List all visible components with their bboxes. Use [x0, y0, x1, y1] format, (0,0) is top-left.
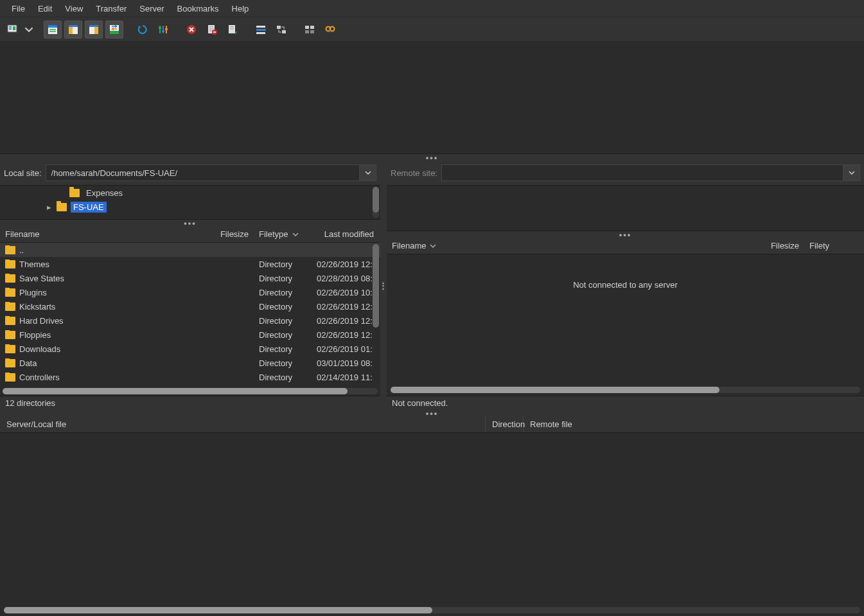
remote-file-list[interactable]: Not connected to any server	[387, 254, 864, 396]
svg-rect-42	[305, 30, 309, 33]
file-row[interactable]: Save StatesDirectory02/28/2019 08:	[0, 271, 380, 285]
svg-rect-1	[9, 26, 12, 28]
tree-item-expenses[interactable]: Expenses	[84, 188, 125, 198]
file-type: Directory	[254, 316, 312, 326]
file-name: Kickstarts	[19, 302, 55, 312]
column-filesize[interactable]: Filesize	[769, 238, 804, 254]
menu-help[interactable]: Help	[225, 1, 256, 16]
tree-item-fsuae[interactable]: FS-UAE	[71, 202, 107, 213]
vertical-splitter[interactable]: ⋮	[380, 161, 387, 410]
svg-rect-35	[256, 26, 265, 28]
file-row[interactable]: Hard DrivesDirectory02/26/2019 12:	[0, 313, 380, 328]
svg-rect-39	[282, 30, 286, 33]
file-type: Directory	[254, 344, 312, 354]
local-file-list[interactable]: ..ThemesDirectory02/26/2019 12:Save Stat…	[0, 243, 380, 396]
search-icon[interactable]	[321, 21, 339, 39]
horizontal-splitter[interactable]: •••	[387, 231, 864, 238]
folder-icon	[5, 345, 15, 353]
svg-rect-21	[162, 30, 164, 32]
folder-icon	[5, 373, 15, 382]
svg-rect-36	[256, 29, 265, 31]
file-modified: 02/26/2019 12:	[312, 330, 380, 340]
file-row[interactable]: FloppiesDirectory02/26/2019 12:	[0, 328, 380, 342]
local-site-dropdown[interactable]	[359, 165, 376, 180]
svg-rect-11	[69, 25, 78, 27]
file-row[interactable]: PluginsDirectory02/26/2019 10:	[0, 285, 380, 299]
svg-rect-2	[9, 28, 12, 30]
file-modified: 02/26/2019 12:	[312, 260, 380, 269]
column-direction[interactable]: Direction	[485, 416, 524, 432]
file-row[interactable]: DataDirectory03/01/2019 08:	[0, 356, 380, 370]
svg-rect-4	[8, 33, 17, 34]
file-name: Plugins	[19, 288, 47, 297]
file-row[interactable]: ControllersDirectory02/14/2019 11:	[0, 370, 380, 384]
menu-bookmarks[interactable]: Bookmarks	[171, 1, 225, 16]
svg-rect-40	[305, 26, 309, 29]
folder-icon	[5, 331, 15, 339]
disconnect-icon[interactable]	[203, 21, 221, 39]
horizontal-scrollbar[interactable]	[3, 388, 378, 394]
tree-expander[interactable]: ▸	[45, 202, 53, 212]
svg-rect-41	[310, 26, 314, 29]
column-filename[interactable]: Filename	[0, 226, 218, 242]
file-modified: 03/01/2019 08:	[312, 358, 380, 368]
menu-transfer[interactable]: Transfer	[89, 1, 133, 16]
local-site-label: Local site:	[4, 168, 42, 178]
svg-rect-37	[256, 32, 265, 34]
local-column-header: Filename Filesize Filetype Last modified	[0, 226, 380, 243]
transfer-queue[interactable]	[0, 433, 864, 616]
horizontal-splitter[interactable]: •••	[0, 410, 864, 416]
remote-site-input[interactable]	[442, 165, 843, 180]
local-pane: Local site: Expenses ▸ FS-UAE •••	[0, 161, 380, 410]
file-type: Directory	[254, 302, 312, 312]
file-name: Themes	[19, 260, 49, 269]
filter-icon[interactable]	[154, 21, 172, 39]
site-manager-icon[interactable]	[4, 21, 22, 39]
toggle-log-icon[interactable]	[44, 21, 62, 39]
file-row[interactable]: ThemesDirectory02/26/2019 12:	[0, 257, 380, 271]
file-row[interactable]: DownloadsDirectory02/26/2019 01:	[0, 342, 380, 356]
horizontal-splitter[interactable]: •••	[0, 220, 380, 226]
refresh-icon[interactable]	[134, 21, 152, 39]
file-type: Directory	[254, 260, 312, 269]
compare-icon[interactable]	[301, 21, 319, 39]
file-type: Directory	[254, 373, 312, 382]
menu-server[interactable]: Server	[133, 1, 170, 16]
menu-edit[interactable]: Edit	[31, 1, 58, 16]
toggle-local-tree-icon[interactable]	[64, 21, 82, 39]
toolbar	[0, 17, 864, 42]
column-remote-file[interactable]: Remote file	[524, 416, 864, 432]
vertical-scrollbar[interactable]	[373, 244, 379, 328]
svg-rect-6	[48, 25, 57, 28]
file-modified: 02/28/2019 08:	[312, 274, 380, 283]
local-tree[interactable]: Expenses ▸ FS-UAE	[0, 185, 380, 220]
menu-file[interactable]: File	[5, 1, 31, 16]
file-name: Save States	[19, 274, 64, 283]
reconnect-icon[interactable]	[224, 21, 242, 39]
svg-rect-38	[277, 26, 281, 29]
horizontal-splitter[interactable]: •••	[0, 154, 864, 161]
horizontal-scrollbar[interactable]	[391, 387, 860, 393]
cancel-icon[interactable]	[182, 21, 200, 39]
horizontal-scrollbar[interactable]	[4, 607, 860, 613]
file-modified: 02/26/2019 10:	[312, 288, 380, 297]
column-last-modified[interactable]: Last modified	[312, 226, 380, 242]
column-filesize[interactable]: Filesize	[218, 226, 254, 242]
file-row[interactable]: KickstartsDirectory02/26/2019 12:	[0, 299, 380, 313]
column-server-local-file[interactable]: Server/Local file	[0, 416, 485, 432]
site-manager-dropdown-icon[interactable]	[24, 21, 33, 39]
tree-scrollbar[interactable]	[373, 187, 379, 218]
column-filetype[interactable]: Filetype	[254, 226, 312, 242]
column-filename[interactable]: Filename	[387, 238, 769, 254]
remote-site-dropdown[interactable]	[843, 165, 860, 180]
file-row[interactable]: ..	[0, 243, 380, 257]
file-modified: 02/26/2019 12:	[312, 302, 380, 312]
remote-tree[interactable]	[387, 185, 864, 231]
column-filetype[interactable]: Filety	[804, 238, 864, 254]
local-site-input[interactable]	[46, 165, 359, 180]
toggle-queue-icon[interactable]	[105, 21, 123, 39]
menu-view[interactable]: View	[58, 1, 89, 16]
toggle-remote-tree-icon[interactable]	[85, 21, 103, 39]
toggle-sync-icon[interactable]	[272, 21, 290, 39]
process-queue-icon[interactable]	[252, 21, 270, 39]
